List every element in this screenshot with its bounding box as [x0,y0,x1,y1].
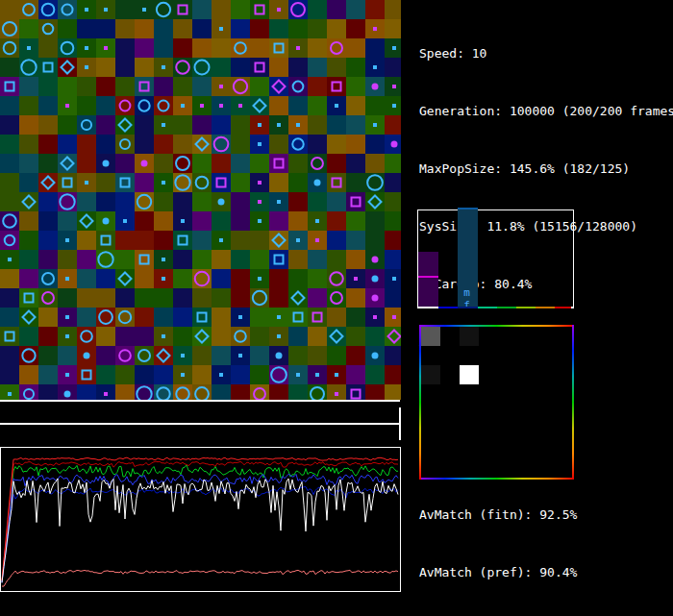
matrix-cell [517,423,536,442]
matrix-cell [460,461,479,478]
separator-right-tick [399,407,401,440]
matrix-cell [556,442,572,461]
matrix-cell [440,442,460,461]
matrix-cell [460,442,479,461]
matrix-cell [536,461,556,478]
matrix-cell [498,404,517,423]
matrix-cell [556,346,572,365]
male-female-bar-cap [458,208,478,209]
matrix-cell [440,461,460,478]
matrix-cell [536,442,556,461]
matrix-cell [498,384,517,404]
simulation-window: Speed: 10 Generation: 100000 (200/200 fr… [0,0,673,616]
matrix-cell [517,365,536,384]
matrix-cell [498,423,517,442]
rainbow-border-bottom [419,478,574,480]
hue-segment [438,307,458,308]
matrix-cell [517,327,536,346]
matrix-cell [460,346,479,365]
matrix-cell [498,442,517,461]
sex-ratio-chart: m f [417,209,574,308]
matrix-cell [498,346,517,365]
matrix-cell [556,461,572,478]
stat-avmatch-fitn: AvMatch (fitn): 92.5% [419,505,673,525]
matrix-cell [556,327,572,346]
matrix-cell [517,461,536,478]
matrix-cell [460,384,479,404]
matrix-cell [421,327,440,346]
matrix-cell [556,404,572,423]
matrix-cell [421,404,440,423]
phenotype-hue-strip [418,307,573,308]
matrix-cell [460,327,479,346]
hue-segment [418,307,438,308]
stat-generation: Generation: 100000 (200/200 frames) [419,102,673,121]
matrix-cell [536,384,556,404]
matrix-cell [479,461,498,478]
matrix-cell [536,423,556,442]
hue-segment [571,307,573,308]
matrix-cell [556,423,572,442]
matrix-cell [536,365,556,384]
matrix-cell [460,365,479,384]
matrix-cell [517,404,536,423]
stat-avmatch-pref: AvMatch (pref): 90.4% [419,563,673,582]
matrix-cell [479,365,498,384]
matrix-cell [479,384,498,404]
matrix-cell [556,365,572,384]
matrix-cell [479,346,498,365]
matrix-cell [517,346,536,365]
matrix-cell [421,461,440,478]
stat-maxpopsize: MaxPopSize: 145.6% (182/125) [419,160,673,179]
hue-segment [516,307,536,308]
matrix-cell [421,365,440,384]
preference-median-line [418,276,438,278]
matrix-cell [517,384,536,404]
hue-segment [536,307,555,308]
matrix-cell [421,384,440,404]
matrix-cell [536,404,556,423]
matrix-cell [517,442,536,461]
matrix-cell [440,346,460,365]
matrix-cell [421,423,440,442]
matrix-cell [460,423,479,442]
matrix-cell [498,327,517,346]
matrix-cell [460,404,479,423]
hue-segment [497,307,516,308]
world-grid-canvas [0,0,401,400]
matrix-cell [440,423,460,442]
separator-line-bottom [0,423,400,425]
matrix-cell [440,327,460,346]
hue-segment [458,307,478,308]
mating-matrix-grid [421,327,572,478]
rainbow-border-right [572,325,574,480]
trend-chart-canvas [0,447,401,592]
matrix-cell [536,327,556,346]
separator-line-top [0,400,400,402]
hue-segment [555,307,571,308]
preference-bar [418,252,438,308]
matrix-cell [498,365,517,384]
stat-speed: Speed: 10 [419,44,673,63]
matrix-cell [440,404,460,423]
matrix-cell [536,346,556,365]
matrix-cell [556,384,572,404]
matrix-cell [421,442,440,461]
matrix-cell [440,365,460,384]
matrix-cell [421,346,440,365]
mating-matrix-panel [419,325,574,480]
matrix-cell [479,442,498,461]
matrix-cell [479,423,498,442]
matrix-cell [479,327,498,346]
matrix-cell [440,384,460,404]
matrix-cell [498,461,517,478]
matrix-cell [479,404,498,423]
hue-segment [478,307,497,308]
